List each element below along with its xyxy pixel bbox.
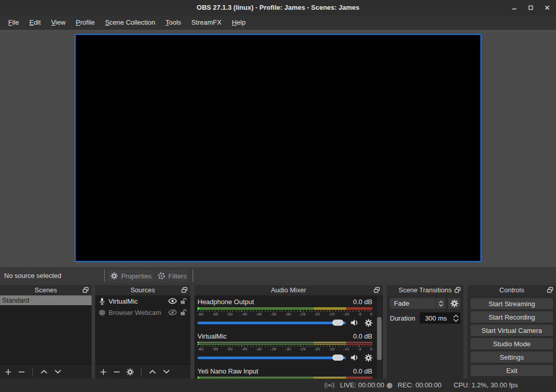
scenes-panel: Scenes Standard bbox=[0, 285, 92, 379]
start-virtual-camera-button[interactable]: Start Virtual Camera bbox=[471, 325, 553, 336]
menu-file[interactable]: File bbox=[3, 15, 24, 30]
filters-icon bbox=[158, 272, 165, 279]
move-scene-down-icon[interactable] bbox=[54, 369, 62, 374]
transition-properties-gear-icon[interactable] bbox=[448, 298, 460, 309]
menu-tools[interactable]: Tools bbox=[160, 15, 186, 30]
channel-level-db: 0.0 dB bbox=[353, 332, 372, 341]
move-source-up-icon[interactable] bbox=[149, 369, 156, 374]
volume-meter bbox=[198, 342, 372, 345]
start-streaming-button[interactable]: Start Streaming bbox=[471, 298, 553, 309]
tick-label: -20 bbox=[314, 347, 320, 351]
transition-select[interactable]: Fade bbox=[390, 298, 445, 309]
channel-name: VirtualMic bbox=[198, 332, 227, 341]
menu-bar: File Edit View Profile Scene Collection … bbox=[0, 15, 556, 30]
popout-icon[interactable] bbox=[82, 287, 89, 293]
move-source-down-icon[interactable] bbox=[163, 369, 170, 374]
mixer-scrollbar-thumb[interactable] bbox=[377, 317, 382, 360]
controls-title: Controls bbox=[499, 286, 524, 294]
add-source-icon[interactable] bbox=[100, 368, 107, 376]
tick-label: -55 bbox=[212, 347, 218, 351]
volume-slider-handle[interactable] bbox=[332, 320, 344, 326]
preview-canvas[interactable] bbox=[75, 34, 481, 262]
exit-button[interactable]: Exit bbox=[471, 365, 553, 376]
toolbar-divider bbox=[32, 368, 33, 376]
source-name: VirtualMic bbox=[109, 297, 165, 305]
remove-source-icon[interactable] bbox=[113, 368, 120, 376]
meter-live-indicator bbox=[198, 342, 199, 343]
rec-time: REC: 00:00:00 bbox=[398, 379, 441, 392]
popout-icon[interactable] bbox=[547, 287, 553, 293]
menu-edit[interactable]: Edit bbox=[24, 15, 46, 30]
speaker-icon[interactable] bbox=[350, 353, 360, 362]
scene-item-standard[interactable]: Standard bbox=[0, 295, 92, 305]
volume-slider[interactable] bbox=[198, 357, 346, 359]
window-title: OBS 27.1.3 (linux) - Profile: James - Sc… bbox=[0, 0, 556, 15]
eye-icon[interactable] bbox=[168, 298, 177, 304]
dock-area: No source selected Properties Filters Sc… bbox=[0, 267, 556, 379]
mixer-scrollbar[interactable] bbox=[377, 296, 382, 380]
controls-header: Controls bbox=[468, 285, 556, 295]
volume-slider[interactable] bbox=[198, 322, 346, 324]
tick-label: -40 bbox=[256, 312, 262, 316]
record-dot-icon bbox=[387, 383, 392, 388]
scene-transitions-body: Fade Duration 300 ms bbox=[387, 295, 463, 384]
menu-view[interactable]: View bbox=[46, 15, 70, 30]
tick-label: -10 bbox=[343, 347, 349, 351]
filters-label: Filters bbox=[168, 272, 186, 280]
properties-button[interactable]: Properties bbox=[107, 270, 155, 282]
volume-slider-handle[interactable] bbox=[332, 354, 344, 361]
channel-settings-gear-icon[interactable] bbox=[365, 354, 372, 362]
controls-body: Start Streaming Start Recording Start Vi… bbox=[468, 295, 556, 384]
move-scene-up-icon[interactable] bbox=[40, 369, 48, 374]
tick-label: -55 bbox=[212, 312, 218, 316]
audio-mixer-panel: Audio Mixer Headphone Output 0.0 dB -60-… bbox=[194, 285, 383, 379]
sources-list: VirtualMic Browser Webcam bbox=[95, 295, 190, 379]
eye-slash-icon[interactable] bbox=[168, 309, 177, 315]
settings-button[interactable]: Settings bbox=[471, 351, 553, 363]
menu-profile[interactable]: Profile bbox=[70, 15, 100, 30]
close-icon[interactable] bbox=[543, 3, 552, 12]
filters-button[interactable]: Filters bbox=[156, 270, 188, 282]
tick-label: -5 bbox=[358, 347, 362, 351]
duration-spinbox[interactable]: 300 ms bbox=[420, 312, 460, 324]
duration-label: Duration bbox=[390, 314, 415, 322]
menu-scene-collection[interactable]: Scene Collection bbox=[100, 15, 160, 30]
tick-label: -30 bbox=[285, 347, 291, 351]
transition-selected-value: Fade bbox=[390, 300, 436, 307]
channel-settings-gear-icon[interactable] bbox=[365, 319, 372, 327]
popout-icon[interactable] bbox=[373, 287, 380, 293]
tick-label: -60 bbox=[198, 347, 204, 351]
properties-label: Properties bbox=[121, 272, 151, 280]
source-toolbar: No source selected Properties Filters bbox=[0, 267, 556, 285]
minimize-icon[interactable] bbox=[510, 3, 519, 12]
popout-icon[interactable] bbox=[454, 287, 461, 293]
source-item-virtualmic[interactable]: VirtualMic bbox=[95, 295, 190, 307]
start-recording-button[interactable]: Start Recording bbox=[471, 311, 553, 323]
remove-scene-icon[interactable] bbox=[18, 368, 25, 376]
audio-mixer-title: Audio Mixer bbox=[271, 286, 307, 294]
lock-open-icon[interactable] bbox=[180, 297, 187, 305]
source-item-browser-webcam[interactable]: Browser Webcam bbox=[95, 307, 190, 318]
live-time: LIVE: 00:00:00 bbox=[340, 379, 384, 392]
tick-label: -50 bbox=[227, 312, 233, 316]
spinbox-arrow-icons[interactable] bbox=[451, 314, 460, 322]
add-scene-icon[interactable] bbox=[5, 368, 12, 376]
scenes-list-toolbar bbox=[0, 364, 92, 379]
channel-name: Yeti Nano Raw Input bbox=[198, 367, 258, 376]
tick-label: -10 bbox=[343, 312, 349, 316]
popout-icon[interactable] bbox=[181, 287, 188, 293]
title-bar: OBS 27.1.3 (linux) - Profile: James - Sc… bbox=[0, 0, 556, 15]
tick-label: -60 bbox=[198, 312, 204, 316]
menu-help[interactable]: Help bbox=[227, 15, 251, 30]
maximize-icon[interactable] bbox=[526, 3, 535, 12]
studio-mode-button[interactable]: Studio Mode bbox=[471, 338, 553, 349]
meter-live-indicator bbox=[198, 307, 199, 310]
tick-label: -35 bbox=[271, 312, 277, 316]
tick-label: -45 bbox=[241, 312, 247, 316]
menu-streamfx[interactable]: StreamFX bbox=[186, 15, 227, 30]
source-properties-gear-icon[interactable] bbox=[127, 368, 134, 376]
lock-open-icon[interactable] bbox=[180, 309, 187, 316]
speaker-icon[interactable] bbox=[350, 319, 360, 327]
tick-label: -25 bbox=[299, 312, 306, 316]
combo-spinner-icons[interactable] bbox=[436, 298, 445, 309]
